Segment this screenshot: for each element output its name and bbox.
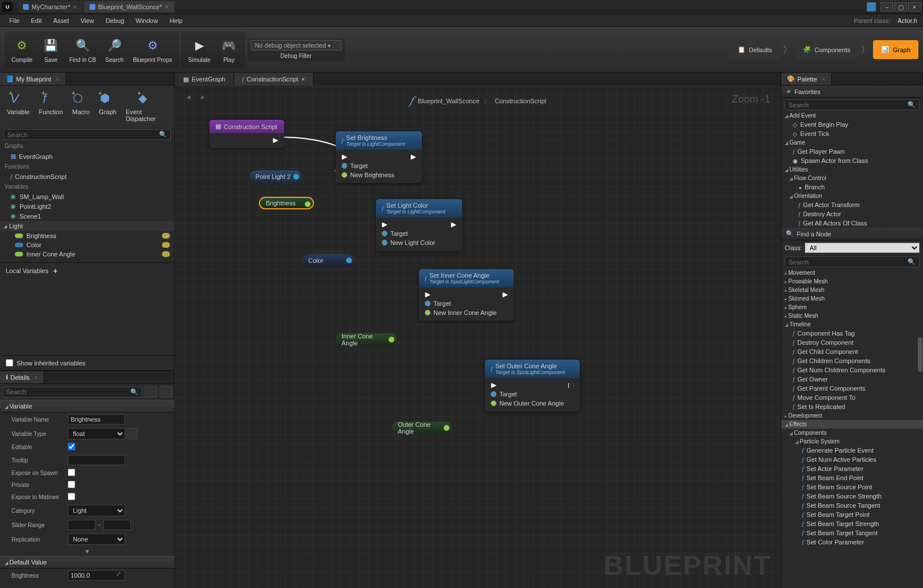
save-button[interactable]: 💾Save [37,34,65,65]
varnode-brightness[interactable]: Brightness [259,197,314,209]
palette-item[interactable]: f Get Children Components [781,356,923,365]
node-construction-script[interactable]: ▦Construction Script [210,120,284,148]
menu-view[interactable]: View [75,15,100,26]
menu-debug[interactable]: Debug [100,15,130,26]
varnode-pointlight2[interactable]: Point Light 2 [250,170,301,183]
simulate-button[interactable]: ▶Simulate [184,34,215,65]
tab-palette[interactable]: 🎨 Palette× [781,73,832,85]
add-graph-button[interactable]: +⬢Graph [95,89,120,124]
palette-category[interactable]: Components [781,429,923,437]
palette-search-2[interactable]: 🔍 [785,256,920,267]
minimize-button[interactable]: – [881,2,893,11]
palette-category[interactable]: Timeline [781,320,923,329]
mode-components[interactable]: 🧩Components [795,40,858,59]
tooltip-input[interactable] [68,455,125,465]
expand-arrow-icon[interactable]: ▼ [0,547,174,556]
palette-item[interactable]: f Set Actor Parameter [781,464,923,473]
node-set-light-color[interactable]: fSet Light ColorTarget is LightComponent… [376,199,462,251]
palette-item[interactable]: f Get Num Active Particles [781,455,923,464]
search-button[interactable]: 🔎Search [100,34,128,65]
palette-category[interactable]: Effects [781,420,923,429]
palette-item[interactable]: f Set Beam Target Tangent [781,528,923,538]
eye-options-button[interactable] [160,386,172,398]
var-pointlight2[interactable]: ◉PointLight2 [0,201,174,211]
palette-category[interactable]: Static Mesh [781,311,923,320]
tab-eventgraph[interactable]: ▦ EventGraph [175,73,234,85]
play-button[interactable]: 🎮Play [215,34,243,65]
type-grid-button[interactable] [126,428,138,439]
palette-category[interactable]: Skeletal Mesh [781,286,923,294]
palette-category[interactable]: Skinned Mesh [781,294,923,303]
close-icon[interactable]: × [56,76,59,83]
expose-spawn-checkbox[interactable] [68,469,75,476]
palette-item[interactable]: f Get Child Component [781,347,923,356]
eye-icon[interactable] [162,251,170,257]
palette-item[interactable]: f Set Beam Source Strength [781,492,923,501]
menu-edit[interactable]: Edit [25,15,48,26]
blueprint-search[interactable]: 🔍 [3,129,171,140]
constructionscript-item[interactable]: fConstructionScript [0,172,174,182]
palette-item[interactable]: f Generate Particle Event [781,446,923,455]
mode-defaults[interactable]: 📋Defaults [730,40,780,59]
slider-min-input[interactable] [68,520,95,530]
palette-item[interactable]: f Set Color Parameter [781,538,923,547]
palette-item[interactable]: f Move Component To [781,393,923,402]
palette-category[interactable]: Poseable Mesh [781,277,923,286]
eye-icon[interactable] [162,242,170,248]
palette-item[interactable]: f Destroy Actor [781,209,923,219]
node-set-brightness[interactable]: fSet BrightnessTarget is LightComponent … [336,131,422,183]
favorites-header[interactable]: ★Favorites [781,85,923,98]
var-brightness[interactable]: Brightness [0,231,174,240]
utilities-category[interactable]: Utilities [781,165,923,174]
compile-button[interactable]: ⚙Compile [7,34,37,65]
palette-item[interactable]: f Get Actor Transform [781,200,923,209]
palette-category[interactable]: Sphere [781,303,923,311]
document-tab-mycharacter[interactable]: MyCharacter*× [17,1,83,13]
variable-type-select[interactable]: float [68,428,125,439]
game-category[interactable]: Game [781,138,923,147]
add-function-button[interactable]: +fFunction [36,89,67,124]
palette-item[interactable]: ◇ Event Tick [781,129,923,138]
varnode-color[interactable]: Color [303,254,354,267]
varnode-outercone[interactable]: Outer Cone Angle [392,422,452,434]
palette-item[interactable]: f Get All Actors Of Class [781,219,923,228]
addevent-category[interactable]: Add Event [781,111,923,120]
palette-search-1[interactable]: 🔍 [785,99,920,110]
scrollbar-thumb[interactable] [918,337,922,372]
palette-item[interactable]: f Set Is Replicated [781,402,923,411]
palette-item[interactable]: f Set Beam End Point [781,473,923,482]
add-local-var-button[interactable]: + [53,266,57,275]
document-tab-wallsconce[interactable]: Blueprint_WallSconce*× [84,1,174,13]
tab-my-blueprint[interactable]: 📘 My Blueprint× [0,73,66,85]
palette-item[interactable]: f Get Parent Components [781,384,923,393]
palette-item[interactable]: f Set Beam Source Point [781,482,923,492]
palette-category[interactable]: Particle System [781,437,923,446]
editable-checkbox[interactable] [68,443,75,450]
add-variable-button[interactable]: +VVariable [3,89,33,124]
nav-back-button[interactable]: ◄ [185,94,192,100]
find-node-header[interactable]: 🔍Find a Node [781,228,923,240]
details-search[interactable]: 🔍 [2,387,142,398]
palette-item[interactable]: f Get Num Children Components [781,365,923,375]
variable-name-input[interactable] [68,414,125,425]
eventgraph-item[interactable]: ▦EventGraph [0,151,174,162]
close-tab-icon[interactable]: × [73,3,76,10]
menu-help[interactable]: Help [164,15,188,26]
node-set-inner-cone[interactable]: fSet Inner Cone AngleTarget is SpotLight… [419,269,514,321]
tab-details[interactable]: ℹ Details× [0,371,44,383]
debug-object-selector[interactable]: No debug object selected ▾ [251,40,342,50]
maximize-button[interactable]: ▢ [894,2,907,11]
var-innercone[interactable]: Inner Cone Angle [0,250,174,259]
var-scene1[interactable]: ◉Scene1 [0,211,174,221]
category-light[interactable]: Light [0,221,174,231]
palette-item[interactable]: ◉ Spawn Actor from Class [781,156,923,165]
varnode-innercone[interactable]: Inner Cone Angle [336,333,397,346]
palette-item[interactable]: f Set Beam Source Tangent [781,501,923,510]
mode-graph[interactable]: 📊Graph [873,40,918,59]
palette-category[interactable]: Movement [781,268,923,277]
menu-asset[interactable]: Asset [48,15,75,26]
add-macro-button[interactable]: +⬡Macro [69,89,94,124]
add-dispatcher-button[interactable]: +◆Event Dispatcher [122,89,171,124]
private-checkbox[interactable] [68,481,75,488]
menu-file[interactable]: File [3,15,25,26]
